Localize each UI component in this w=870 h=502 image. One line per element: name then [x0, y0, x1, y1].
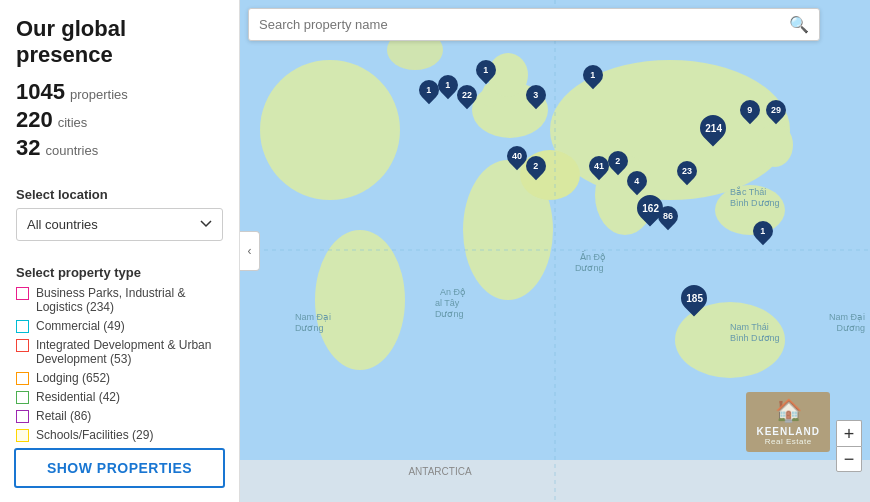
pin-marker: 2: [522, 152, 550, 180]
pin-marker: 1: [579, 61, 607, 89]
map-pin[interactable]: 22: [457, 85, 477, 105]
stat-number: 220: [16, 107, 53, 133]
property-type-checkbox[interactable]: [16, 320, 29, 333]
pin-marker: 23: [673, 157, 701, 185]
property-type-item[interactable]: Retail (86): [16, 409, 223, 423]
property-type-label: Retail (86): [36, 409, 91, 423]
pin-marker: 1: [434, 71, 462, 99]
search-input[interactable]: [259, 17, 789, 32]
stats-block: 1045properties220cities32countries: [16, 79, 223, 163]
svg-text:Ấn Độ: Ấn Độ: [580, 250, 606, 262]
zoom-in-button[interactable]: +: [836, 420, 862, 446]
property-type-checkbox[interactable]: [16, 287, 29, 300]
svg-text:Nam Đại: Nam Đại: [295, 312, 331, 322]
svg-text:Nam Thái: Nam Thái: [730, 322, 769, 332]
svg-text:Dương: Dương: [435, 309, 464, 319]
property-type-item[interactable]: Residential (42): [16, 390, 223, 404]
property-type-item[interactable]: Commercial (49): [16, 319, 223, 333]
map-panel-toggle[interactable]: ‹: [240, 231, 260, 271]
logo-subtitle: Real Estate: [765, 437, 812, 446]
svg-text:Dương: Dương: [836, 323, 865, 333]
svg-text:Dương: Dương: [295, 323, 324, 333]
svg-text:ANTARCTICA: ANTARCTICA: [408, 466, 471, 477]
panel-title: Our global presence: [16, 16, 223, 69]
svg-point-4: [260, 60, 400, 200]
zoom-controls: + −: [836, 420, 862, 472]
pin-marker: 1: [472, 56, 500, 84]
property-type-checkbox[interactable]: [16, 410, 29, 423]
stat-number: 32: [16, 135, 40, 161]
stat-row: 32countries: [16, 135, 223, 161]
logo-name: KEENLAND: [756, 426, 820, 437]
property-type-checkbox[interactable]: [16, 391, 29, 404]
pin-marker: 185: [675, 280, 712, 317]
location-select[interactable]: All countries: [16, 208, 223, 241]
svg-text:Nam Đại: Nam Đại: [829, 312, 865, 322]
property-type-checkbox[interactable]: [16, 372, 29, 385]
svg-point-5: [315, 230, 405, 370]
property-type-checkbox[interactable]: [16, 339, 29, 352]
select-location-label: Select location: [16, 187, 223, 202]
stat-number: 1045: [16, 79, 65, 105]
property-types-list: Business Parks, Industrial & Logistics (…: [16, 286, 223, 447]
svg-text:An Độ: An Độ: [440, 287, 466, 297]
property-type-label: Integrated Development & Urban Developme…: [36, 338, 223, 366]
search-icon: 🔍: [789, 15, 809, 34]
map-pin[interactable]: 23: [677, 161, 697, 181]
show-properties-button[interactable]: Show properties: [14, 448, 225, 488]
property-type-label: Lodging (652): [36, 371, 110, 385]
property-type-item[interactable]: Lodging (652): [16, 371, 223, 385]
stat-label: countries: [45, 143, 98, 158]
stat-row: 220cities: [16, 107, 223, 133]
svg-point-13: [482, 83, 498, 107]
select-property-type-label: Select property type: [16, 265, 223, 280]
map-pin[interactable]: 41: [589, 156, 609, 176]
map-pin[interactable]: 4: [627, 171, 647, 191]
property-type-checkbox[interactable]: [16, 429, 29, 442]
logo-watermark: 🏠 KEENLAND Real Estate: [746, 392, 830, 452]
pin-marker: 9: [736, 96, 764, 124]
svg-point-10: [757, 123, 793, 167]
map-pin[interactable]: 2: [608, 151, 628, 171]
chevron-left-icon: ‹: [248, 244, 252, 258]
map-area: Bắc Thái Bình Dương Nam Thái Bình Dương …: [240, 0, 870, 502]
svg-text:al Tây: al Tây: [435, 298, 460, 308]
map-pin[interactable]: 9: [740, 100, 760, 120]
pin-marker: 1: [749, 217, 777, 245]
search-bar: 🔍: [248, 8, 820, 41]
stat-row: 1045properties: [16, 79, 223, 105]
property-type-label: Schools/Facilities (29): [36, 428, 153, 442]
svg-text:Dương: Dương: [575, 263, 604, 273]
stat-label: cities: [58, 115, 88, 130]
pin-marker: 86: [654, 202, 682, 230]
svg-text:Bình Dương: Bình Dương: [730, 198, 780, 208]
map-pin[interactable]: 1: [419, 80, 439, 100]
map-pin[interactable]: 86: [658, 206, 678, 226]
logo-icon: 🏠: [775, 398, 802, 424]
svg-text:Bắc Thái: Bắc Thái: [730, 186, 766, 197]
property-type-label: Commercial (49): [36, 319, 125, 333]
pin-marker: 3: [522, 81, 550, 109]
pin-marker: 214: [694, 109, 731, 146]
map-pin[interactable]: 1: [753, 221, 773, 241]
map-pin[interactable]: 3: [526, 85, 546, 105]
property-type-item[interactable]: Schools/Facilities (29): [16, 428, 223, 442]
property-type-label: Residential (42): [36, 390, 120, 404]
property-type-label: Business Parks, Industrial & Logistics (…: [36, 286, 223, 314]
pin-marker: 4: [623, 167, 651, 195]
property-type-item[interactable]: Business Parks, Industrial & Logistics (…: [16, 286, 223, 314]
pin-marker: 29: [761, 96, 789, 124]
left-panel: Our global presence 1045properties220cit…: [0, 0, 240, 502]
map-pin[interactable]: 1: [583, 65, 603, 85]
zoom-out-button[interactable]: −: [836, 446, 862, 472]
map-pin[interactable]: 185: [681, 285, 707, 311]
svg-text:Bình Dương: Bình Dương: [730, 333, 780, 343]
property-type-item[interactable]: Integrated Development & Urban Developme…: [16, 338, 223, 366]
map-pin[interactable]: 1: [476, 60, 496, 80]
map-pin[interactable]: 40: [507, 146, 527, 166]
map-pin[interactable]: 2: [526, 156, 546, 176]
stat-label: properties: [70, 87, 128, 102]
map-pin[interactable]: 214: [700, 115, 726, 141]
map-pin[interactable]: 1: [438, 75, 458, 95]
map-pin[interactable]: 29: [766, 100, 786, 120]
